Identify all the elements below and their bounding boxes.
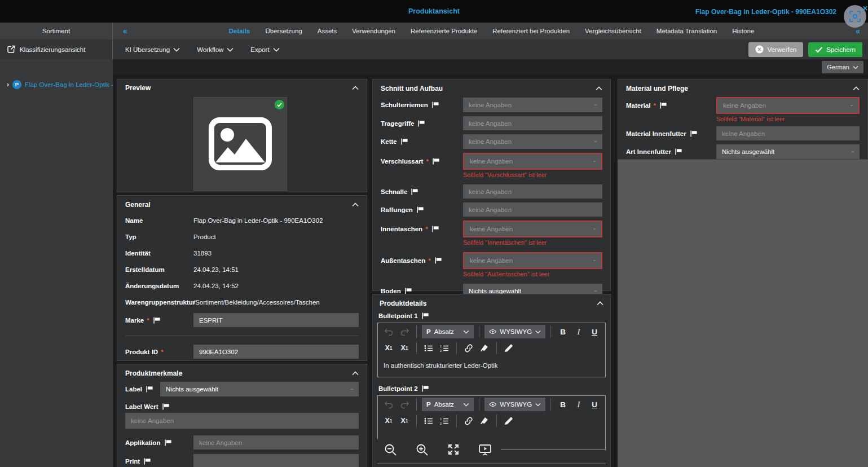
image-placeholder-icon [209,117,272,170]
view-mode-select[interactable]: WYSIWYG [484,325,545,338]
underline-button[interactable]: U [588,325,601,338]
zoom-in-icon[interactable] [416,443,429,456]
collapse-section-button[interactable] [853,86,860,91]
error-material: Sollfeld "Material" ist leer [716,116,860,122]
bold-button[interactable]: B [556,325,570,338]
required-asterisk: * [147,317,149,324]
redo-icon[interactable] [398,325,411,338]
collapse-section-button[interactable] [596,86,602,91]
bullet-list-icon[interactable] [422,414,435,428]
field-row-name: NameFlap Over-Bag in Leder-Optik - 990EA… [125,212,359,228]
italic-button[interactable]: I [572,398,585,411]
innentaschen-select[interactable]: keine Angaben [463,221,602,237]
tab-vergleichsuebersicht[interactable]: Vergleichsübersicht [585,28,641,34]
product-name-header: Flap Over-Bag in Leder-Optik - 990EA1O30… [695,8,836,16]
applikation-input[interactable] [193,435,359,450]
kette-select[interactable]: keine Angaben [463,134,602,149]
classification-view-link[interactable]: Klassifizierungsansicht [0,39,113,59]
field-row-identitaet: Identität31893 [125,245,359,261]
subscript-button[interactable]: X1 [382,341,395,355]
schulterriemen-select[interactable]: keine Angaben [463,98,602,112]
bulletpoint1-content[interactable]: In authentisch strukturierter Leder-Opti… [378,356,605,377]
numbered-list-icon[interactable]: 12 [438,341,451,355]
bulletpoint1-editor: P Absatz WYSIWYG B I U [377,323,606,377]
paragraph-format-select[interactable]: P Absatz [422,398,474,411]
menu-workflow[interactable]: Workflow [197,46,233,53]
menu-ki-uebersetzung[interactable]: KI Übersetzung [125,46,180,53]
bullet-list-icon[interactable] [422,341,435,355]
view-mode-select[interactable]: WYSIWYG [484,398,545,411]
menu-export[interactable]: Export [250,46,279,53]
material-select[interactable]: keine Angaben [716,97,860,114]
chevron-up-icon [352,86,359,90]
tab-details[interactable]: Details [229,28,250,34]
material-innenfutter-input[interactable] [716,126,860,140]
raffungen-input[interactable] [463,202,602,217]
link-icon[interactable] [462,341,475,355]
chevron-right-icon[interactable]: › [7,81,9,89]
subscript-button[interactable]: X1 [382,414,395,428]
zoom-out-icon[interactable] [384,443,397,456]
highlight-icon[interactable] [478,341,491,355]
paragraph-format-select[interactable]: P Absatz [422,325,474,338]
svg-text:2: 2 [440,421,442,424]
close-icon[interactable]: ✕ [862,5,868,12]
tab-verwendungen[interactable]: Verwendungen [352,28,395,34]
collapse-section-button[interactable] [597,301,603,306]
italic-button[interactable]: I [572,325,585,338]
discard-circle-x-icon [755,45,764,54]
schnalle-input[interactable] [463,184,602,199]
aussentaschen-select[interactable]: keine Angaben [463,252,602,269]
sidebar-spacer [0,59,113,75]
chevron-down-icon [847,149,854,154]
art-innenfutter-select[interactable]: Nichts ausgewählt [716,144,860,159]
label-wert-input[interactable] [125,413,359,429]
undo-icon[interactable] [382,398,395,411]
fullscreen-icon[interactable] [447,443,460,456]
collapse-panel-left[interactable]: « [123,26,127,36]
flag-icon [435,257,442,264]
paragraph-icon: P [426,328,431,335]
required-asterisk: * [653,102,655,109]
tab-referenziert-bei-produkten[interactable]: Referenziert bei Produkten [492,28,570,34]
save-button[interactable]: Speichern [808,42,862,57]
verschlussart-select[interactable]: keine Angaben [463,153,602,170]
undo-icon[interactable] [382,325,395,338]
pencil-icon[interactable] [502,414,515,428]
tragegriffe-input[interactable] [463,116,602,130]
print-input[interactable] [193,454,359,467]
link-icon[interactable] [462,414,475,428]
collapse-section-button[interactable] [352,202,359,207]
editor-toolbar-row1: P Absatz WYSIWYG B I U [378,396,605,412]
marke-input[interactable] [193,313,359,327]
label-select[interactable]: Nichts ausgewählt [160,382,359,396]
presentation-icon[interactable] [478,443,492,456]
produkt-id-input[interactable] [193,345,359,359]
language-bar: German [113,59,868,75]
tab-bar: Sortiment « Details Übersetzung Assets V… [0,23,868,39]
bold-button[interactable]: B [556,398,570,411]
capture-icon [849,10,861,23]
tab-uebersetzung[interactable]: Übersetzung [266,28,302,34]
collapse-section-button[interactable] [352,86,359,90]
classification-view-label: Klassifizierungsansicht [20,46,85,53]
superscript-button[interactable]: X1 [398,414,411,428]
highlight-icon[interactable] [478,414,491,428]
tab-referenzierte-produkte[interactable]: Referenzierte Produkte [411,28,477,34]
tree-item-product[interactable]: › P Flap Over-Bag in Leder-Optik - 990EA… [0,75,113,89]
collapse-section-button[interactable] [352,371,359,376]
language-select[interactable]: German [822,61,863,73]
pencil-icon[interactable] [502,341,515,355]
underline-button[interactable]: U [588,398,601,411]
discard-button[interactable]: Verwerfen [748,42,803,57]
superscript-button[interactable]: X1 [398,341,411,355]
tab-assets[interactable]: Assets [318,28,337,34]
numbered-list-icon[interactable]: 12 [438,414,451,428]
redo-icon[interactable] [398,398,411,411]
tab-historie[interactable]: Historie [732,28,754,34]
tab-metadata-translation[interactable]: Metadata Translation [656,28,717,34]
flag-icon [165,439,172,446]
flag-icon [418,120,425,127]
produktdetails-panel: Produktdetails Bulletpoint 1 P Absatz [372,294,611,467]
preview-image[interactable] [193,97,287,191]
